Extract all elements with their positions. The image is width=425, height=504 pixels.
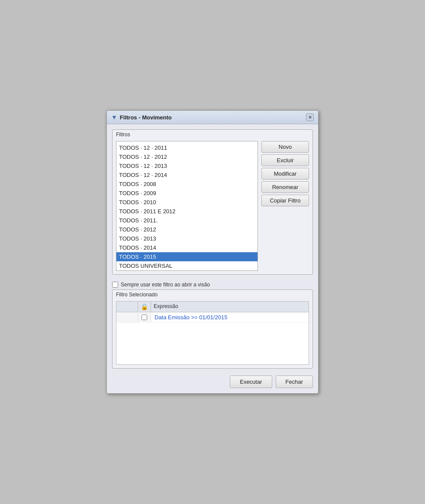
filter-icon: ▼: [111, 114, 117, 121]
row-num: [116, 313, 138, 322]
copiar-filtro-button[interactable]: Copiar Filtro: [261, 195, 309, 206]
close-button[interactable]: ✕: [306, 113, 314, 121]
filtro-selecionado-group: Filtro Selecionado 🔒 Expressão: [112, 289, 313, 369]
title-bar: ▼ Filtros - Movimento ✕: [107, 111, 318, 124]
list-item[interactable]: TODOS · 12 · 2012: [116, 152, 258, 161]
row-checkbox[interactable]: [142, 315, 147, 320]
filtros-group-box: Filtros TODOS · 12 · 2010TODOS · 12 · 20…: [112, 129, 313, 275]
filter-table-body: Data Emissão >= 01/01/2015: [116, 312, 309, 364]
action-buttons: Novo Excluir Modificar Renomear Copiar F…: [261, 141, 309, 271]
lock-icon: 🔒: [141, 303, 148, 310]
filter-listbox[interactable]: TODOS · 12 · 2010TODOS · 12 · 2011TODOS …: [116, 141, 258, 271]
title-bar-left: ▼ Filtros - Movimento: [111, 114, 172, 121]
list-item[interactable]: TODOS · 12 · 2014: [116, 170, 258, 180]
list-item[interactable]: TODOS · 2010: [116, 198, 258, 207]
filtros-group-content: TODOS · 12 · 2010TODOS · 12 · 2011TODOS …: [113, 138, 312, 274]
modificar-button[interactable]: Modificar: [261, 168, 309, 180]
filter-table: 🔒 Expressão Data Emissão >= 01/01/2015: [116, 301, 309, 365]
list-item[interactable]: TODOS · 2012: [116, 225, 258, 234]
checkbox-label: Sempre usar este filtro ao abrir a visão: [121, 282, 210, 288]
checkbox-row: Sempre usar este filtro ao abrir a visão: [112, 279, 313, 289]
list-item[interactable]: TODOS · 2013: [116, 234, 258, 243]
fechar-button[interactable]: Fechar: [276, 376, 313, 388]
filter-table-header: 🔒 Expressão: [116, 302, 309, 312]
novo-button[interactable]: Novo: [261, 141, 309, 153]
list-item[interactable]: TODOS · 2011 E 2012: [116, 207, 258, 216]
filtro-selecionado-content: 🔒 Expressão Data Emissão >= 01/01/2015: [113, 299, 312, 368]
filtros-group-label: Filtros: [113, 130, 312, 138]
list-item[interactable]: TODOS · 12 · 2013: [116, 161, 258, 170]
list-area: TODOS · 12 · 2010TODOS · 12 · 2011TODOS …: [116, 141, 309, 271]
list-item[interactable]: TODOS UNIVERSAL: [116, 261, 258, 270]
header-lock: 🔒: [138, 302, 151, 312]
footer-row: Executar Fechar: [112, 373, 313, 388]
header-expr: Expressão: [151, 302, 309, 312]
executar-button[interactable]: Executar: [230, 376, 272, 388]
list-item[interactable]: TODOS · 2008: [116, 180, 258, 189]
list-item[interactable]: TODOS · 2014: [116, 243, 258, 252]
excluir-button[interactable]: Excluir: [261, 154, 309, 166]
list-item[interactable]: TODOS · 2011.: [116, 216, 258, 225]
table-row: Data Emissão >= 01/01/2015: [116, 312, 309, 323]
main-window: ▼ Filtros - Movimento ✕ Filtros TODOS · …: [106, 110, 319, 394]
list-scroll[interactable]: TODOS · 12 · 2010TODOS · 12 · 2011TODOS …: [116, 141, 258, 270]
list-item[interactable]: TODOS · 2009: [116, 189, 258, 198]
sempre-usar-checkbox[interactable]: [112, 282, 118, 288]
renomear-button[interactable]: Renomear: [261, 181, 309, 193]
list-item[interactable]: TODOS · 12 · 2011: [116, 143, 258, 152]
list-item[interactable]: TODOS · 2015: [116, 252, 258, 261]
row-lock-cell: [138, 313, 151, 322]
window-body: Filtros TODOS · 12 · 2010TODOS · 12 · 20…: [107, 124, 318, 393]
header-num: [116, 302, 138, 312]
row-expr: Data Emissão >= 01/01/2015: [151, 312, 309, 322]
window-title: Filtros - Movimento: [120, 114, 172, 121]
filtro-selecionado-label: Filtro Selecionado: [113, 290, 312, 299]
